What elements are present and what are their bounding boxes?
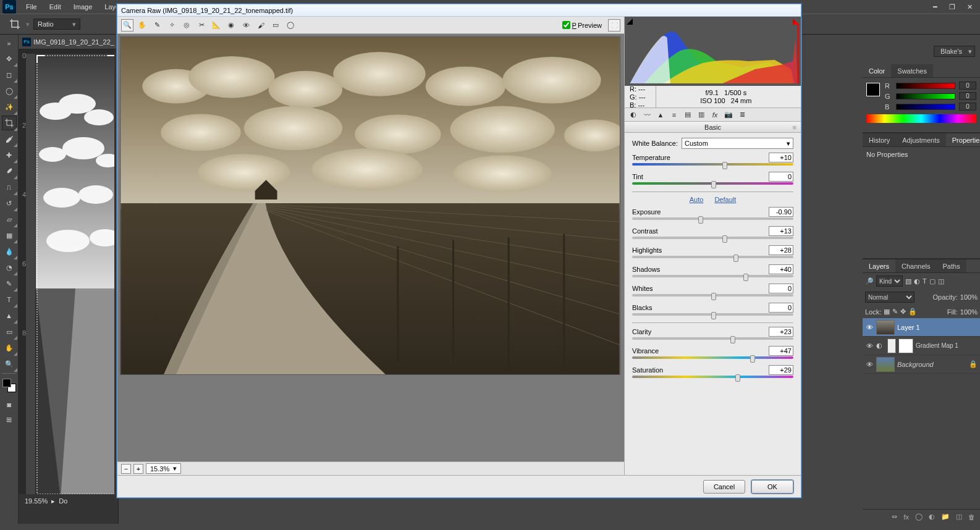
zoom-level[interactable]: 19.55% bbox=[25, 497, 48, 505]
r-value[interactable]: 0 bbox=[959, 82, 976, 90]
lock-transparency-icon[interactable]: ▦ bbox=[884, 308, 890, 316]
shadows-input[interactable] bbox=[769, 264, 793, 274]
clarity-input[interactable] bbox=[769, 327, 793, 337]
mask-icon[interactable]: ◯ bbox=[915, 513, 923, 521]
layer-thumb[interactable] bbox=[876, 357, 895, 372]
g-slider[interactable] bbox=[896, 93, 955, 99]
zoom-dropdown[interactable]: 15.3%▾ bbox=[146, 463, 181, 474]
tab-color[interactable]: Color bbox=[863, 64, 891, 77]
adj-tab-camera-icon[interactable]: 📷 bbox=[722, 109, 735, 120]
lock-all-icon[interactable]: 🔒 bbox=[908, 308, 917, 316]
blacks-input[interactable] bbox=[769, 303, 793, 313]
window-close-icon[interactable]: ✕ bbox=[965, 2, 974, 11]
tint-slider[interactable] bbox=[711, 181, 716, 188]
radial-filter-icon[interactable]: ◯ bbox=[284, 19, 297, 32]
adj-tab-presets-icon[interactable]: ≣ bbox=[736, 109, 748, 120]
histogram[interactable] bbox=[625, 17, 801, 86]
blend-mode-dropdown[interactable]: Normal bbox=[865, 292, 915, 303]
hue-ramp[interactable] bbox=[866, 114, 976, 123]
highlights-input[interactable] bbox=[769, 245, 793, 255]
grad-filter-icon[interactable]: ▭ bbox=[269, 19, 282, 32]
hand-tool-icon[interactable]: ✋ bbox=[136, 19, 148, 32]
zoom-in-button[interactable]: + bbox=[133, 464, 143, 474]
fullscreen-toggle-icon[interactable]: ⛶ bbox=[608, 19, 620, 32]
layer-row[interactable]: 👁 Layer 1 bbox=[863, 318, 980, 337]
blacks-slider[interactable] bbox=[711, 312, 716, 319]
workspace-switcher[interactable]: Blake's bbox=[934, 46, 975, 57]
preview-checkbox[interactable]: PPreview bbox=[562, 21, 602, 29]
lock-position-icon[interactable]: ✥ bbox=[900, 308, 906, 316]
layer-row[interactable]: 👁 Background 🔒 bbox=[863, 355, 980, 374]
visibility-toggle-icon[interactable]: 👁 bbox=[865, 360, 874, 369]
exposure-input[interactable] bbox=[769, 207, 793, 217]
tint-input[interactable] bbox=[769, 172, 793, 182]
default-link[interactable]: Default bbox=[714, 196, 736, 203]
visibility-toggle-icon[interactable]: 👁 bbox=[865, 342, 874, 350]
new-layer-icon[interactable]: ◫ bbox=[956, 513, 962, 521]
fill-value[interactable]: 100% bbox=[960, 308, 978, 316]
tab-channels[interactable]: Channels bbox=[895, 259, 936, 272]
whites-input[interactable] bbox=[769, 284, 793, 293]
vibrance-slider[interactable] bbox=[750, 355, 755, 363]
cancel-button[interactable]: Cancel bbox=[703, 480, 745, 494]
saturation-input[interactable] bbox=[769, 365, 793, 375]
contrast-input[interactable] bbox=[769, 226, 793, 236]
r-slider[interactable] bbox=[896, 83, 955, 89]
adj-tab-split-icon[interactable]: ▤ bbox=[682, 109, 694, 120]
opacity-value[interactable]: 100% bbox=[960, 293, 978, 301]
crop-ratio-dropdown[interactable]: Ratio▾ bbox=[33, 19, 80, 30]
filter-pixel-icon[interactable]: ▧ bbox=[905, 277, 911, 285]
highlights-slider[interactable] bbox=[733, 254, 738, 262]
vibrance-input[interactable] bbox=[769, 346, 793, 356]
adj-tab-detail-icon[interactable]: ▲ bbox=[654, 109, 667, 120]
color-sampler-icon[interactable]: ✧ bbox=[166, 19, 178, 32]
layer-thumb[interactable] bbox=[876, 320, 895, 335]
window-minimize-icon[interactable]: ━ bbox=[931, 2, 939, 11]
layer-name[interactable]: Layer 1 bbox=[897, 324, 920, 331]
tab-paths[interactable]: Paths bbox=[937, 259, 966, 272]
redeye-icon[interactable]: 👁 bbox=[240, 19, 252, 32]
filter-type-icon[interactable]: T bbox=[923, 277, 927, 285]
tab-history[interactable]: History bbox=[863, 133, 896, 146]
clarity-slider[interactable] bbox=[730, 336, 735, 343]
filter-adjustment-icon[interactable]: ◐ bbox=[914, 277, 920, 285]
wb-tool-icon[interactable]: ✎ bbox=[151, 19, 163, 32]
layer-name[interactable]: Background bbox=[897, 361, 934, 368]
highlight-clip-icon[interactable] bbox=[793, 19, 799, 25]
filter-smart-icon[interactable]: ◫ bbox=[938, 277, 944, 285]
foreground-swatch[interactable] bbox=[866, 83, 880, 96]
mask-thumb[interactable] bbox=[898, 339, 913, 353]
canvas[interactable]: 0 2 4 6 8 bbox=[19, 49, 118, 494]
tab-swatches[interactable]: Swatches bbox=[891, 64, 933, 77]
zoom-tool-icon[interactable]: 🔍 bbox=[121, 19, 133, 32]
b-slider[interactable] bbox=[896, 104, 955, 110]
quickmask-icon[interactable]: ◙ bbox=[2, 397, 17, 412]
layer-row[interactable]: 👁 ◐ Gradient Map 1 bbox=[863, 337, 980, 355]
tab-layers[interactable]: Layers bbox=[863, 259, 895, 272]
adj-tab-fx-icon[interactable]: fx bbox=[709, 109, 721, 120]
adjustment-layer-icon[interactable]: ◐ bbox=[929, 513, 935, 521]
menu-image[interactable]: Image bbox=[67, 0, 99, 14]
wb-dropdown[interactable]: Custom▾ bbox=[682, 138, 793, 149]
temperature-input[interactable] bbox=[769, 153, 793, 162]
contrast-slider[interactable] bbox=[722, 235, 727, 243]
shadow-clip-icon[interactable] bbox=[627, 19, 633, 25]
zoom-out-button[interactable]: − bbox=[121, 464, 131, 474]
toolbox-handle[interactable]: » bbox=[2, 36, 17, 51]
adj-tab-basic-icon[interactable]: ◐ bbox=[627, 109, 640, 120]
ok-button[interactable]: OK bbox=[751, 480, 793, 494]
foreground-background-swatches[interactable] bbox=[1, 377, 17, 393]
adj-brush-icon[interactable]: 🖌 bbox=[255, 19, 267, 32]
visibility-toggle-icon[interactable]: 👁 bbox=[865, 323, 874, 332]
link-layers-icon[interactable]: ⇔ bbox=[892, 513, 897, 521]
tab-properties[interactable]: Properties bbox=[946, 133, 980, 146]
layer-filter-dropdown[interactable]: Kind bbox=[876, 276, 903, 287]
crop-tool-icon[interactable]: ✂ bbox=[195, 19, 208, 32]
whites-slider[interactable] bbox=[711, 293, 716, 300]
exposure-slider[interactable] bbox=[698, 216, 703, 224]
delete-layer-icon[interactable]: 🗑 bbox=[968, 513, 975, 521]
auto-link[interactable]: Auto bbox=[690, 196, 704, 203]
craw-preview[interactable] bbox=[117, 34, 624, 461]
layer-name[interactable]: Gradient Map 1 bbox=[916, 342, 958, 349]
temperature-slider[interactable] bbox=[722, 162, 727, 169]
